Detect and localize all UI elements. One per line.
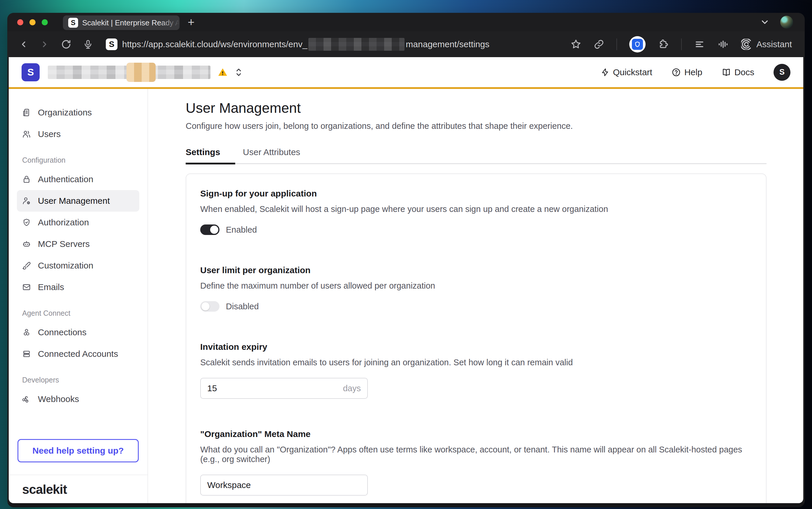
signup-section: Sign-up for your application When enable… — [200, 189, 752, 235]
new-tab-button[interactable]: + — [188, 16, 195, 28]
warning-triangle-icon — [217, 67, 228, 77]
sidebar: Organizations Users Configuration Authen… — [9, 89, 148, 503]
signup-toggle[interactable] — [200, 225, 219, 235]
sidebar-item-label: Emails — [38, 282, 64, 292]
robot-icon — [22, 240, 31, 248]
main-content: User Management Configure how users join… — [148, 89, 803, 503]
sidebar-section-developers: Developers — [22, 376, 139, 384]
user-avatar[interactable]: S — [774, 64, 790, 81]
browser-tab[interactable]: S Scalekit | Enterprise Ready A — [63, 15, 180, 30]
server-stack-icon — [22, 349, 31, 358]
sidebar-item-label: Authorization — [38, 217, 89, 227]
invitation-expiry-description: Scalekit sends invitation emails to user… — [200, 358, 752, 367]
close-window-button[interactable] — [17, 19, 23, 25]
tab-title: Scalekit | Enterprise Ready A — [82, 19, 180, 27]
bookmark-star-icon[interactable] — [570, 39, 581, 50]
user-gear-icon — [22, 197, 31, 205]
browser-window: S Scalekit | Enterprise Ready A + — [7, 13, 805, 507]
sidebar-item-mcp-servers[interactable]: MCP Servers — [17, 233, 139, 255]
app-header: S Quickstart Help Docs — [9, 57, 803, 87]
sidebar-item-emails[interactable]: Emails — [17, 276, 139, 298]
browser-tab-bar: S Scalekit | Enterprise Ready A + — [7, 13, 805, 32]
need-help-button[interactable]: Need help setting up? — [17, 439, 139, 462]
invitation-expiry-unit: days — [343, 384, 361, 393]
invitation-expiry-input[interactable] — [207, 383, 343, 393]
invitation-expiry-section: Invitation expiry Scalekit sends invitat… — [200, 342, 752, 399]
sidebar-item-connections[interactable]: Connections — [17, 321, 139, 343]
org-meta-description: What do you call an "Organization"? Apps… — [200, 445, 748, 464]
profile-avatar[interactable] — [780, 16, 793, 29]
url-redacted-segment — [308, 38, 404, 51]
signup-title: Sign-up for your application — [200, 189, 752, 199]
webhook-icon — [22, 395, 31, 404]
chevron-down-icon[interactable] — [760, 17, 770, 27]
help-circle-icon — [672, 68, 681, 77]
cubes-icon — [22, 328, 31, 337]
sidebar-item-label: Users — [38, 129, 61, 139]
page-subtitle: Configure how users join, belong to orga… — [186, 121, 803, 131]
envelope-icon — [22, 283, 31, 292]
site-favicon: S — [106, 38, 117, 50]
reading-list-icon[interactable] — [694, 39, 705, 50]
sidebar-item-label: MCP Servers — [38, 239, 90, 249]
minimize-window-button[interactable] — [29, 19, 36, 25]
window-controls — [17, 19, 48, 25]
book-open-icon — [722, 68, 731, 77]
assistant-button[interactable]: Assistant — [741, 39, 792, 50]
workspace-switcher-chevrons[interactable] — [234, 67, 243, 77]
tab-settings[interactable]: Settings — [186, 147, 235, 164]
back-icon[interactable] — [19, 40, 28, 49]
microphone-icon[interactable] — [83, 39, 93, 49]
sidebar-item-authentication[interactable]: Authentication — [17, 169, 139, 190]
quickstart-button[interactable]: Quickstart — [601, 67, 652, 77]
users-icon — [22, 130, 31, 138]
invitation-expiry-title: Invitation expiry — [200, 342, 752, 352]
scalekit-wordmark: scalekit — [22, 482, 67, 497]
org-meta-field — [200, 475, 368, 496]
copy-link-icon[interactable] — [594, 39, 604, 49]
workspace-badge-redacted — [127, 63, 156, 82]
user-limit-section: User limit per organization Define the m… — [200, 265, 752, 312]
workspace-name-redacted[interactable] — [48, 66, 210, 79]
forward-icon[interactable] — [40, 40, 49, 49]
docs-button[interactable]: Docs — [722, 67, 754, 77]
signup-toggle-label: Enabled — [226, 225, 257, 235]
sidebar-section-configuration: Configuration — [22, 156, 139, 164]
sidebar-section-agent-connect: Agent Connect — [22, 309, 139, 317]
maximize-window-button[interactable] — [42, 19, 48, 25]
sidebar-item-organizations[interactable]: Organizations — [17, 102, 139, 123]
sidebar-divider — [9, 475, 147, 475]
voice-waveform-icon[interactable] — [717, 38, 729, 50]
url-text: https://app.scalekit.cloud/ws/environmen… — [122, 38, 489, 51]
tab-favicon: S — [68, 18, 78, 28]
bitwarden-extension-icon[interactable] — [629, 36, 645, 53]
org-meta-input[interactable] — [207, 480, 361, 490]
sidebar-item-label: Connections — [38, 327, 86, 337]
address-bar[interactable]: S https://app.scalekit.cloud/ws/environm… — [106, 38, 489, 51]
toolbar-divider — [616, 38, 617, 50]
tab-bar: Settings User Attributes — [186, 147, 767, 164]
scalekit-logo-badge: S — [22, 63, 40, 81]
help-button[interactable]: Help — [672, 67, 702, 77]
invitation-expiry-field: days — [200, 378, 368, 399]
org-meta-section: "Organization" Meta Name What do you cal… — [200, 429, 752, 496]
tab-user-attributes[interactable]: User Attributes — [235, 147, 308, 164]
sidebar-item-authorization[interactable]: Authorization — [17, 212, 139, 233]
sidebar-item-user-management[interactable]: User Management — [17, 190, 139, 212]
scalekit-app: S Quickstart Help Docs — [9, 57, 803, 503]
paintbrush-icon — [22, 261, 31, 270]
sidebar-item-customization[interactable]: Customization — [17, 255, 139, 276]
user-limit-toggle[interactable] — [200, 301, 219, 312]
window-bottom-edge — [7, 503, 805, 507]
reload-icon[interactable] — [61, 39, 71, 49]
sidebar-item-label: User Management — [38, 196, 110, 206]
sidebar-item-webhooks[interactable]: Webhooks — [17, 388, 139, 410]
shield-check-icon — [22, 218, 31, 227]
settings-card: Sign-up for your application When enable… — [186, 173, 767, 503]
signup-description: When enabled, Scalekit will host a sign-… — [200, 204, 752, 214]
sidebar-item-label: Authentication — [38, 174, 93, 184]
sidebar-item-users[interactable]: Users — [17, 123, 139, 145]
sidebar-item-connected-accounts[interactable]: Connected Accounts — [17, 343, 139, 365]
extensions-puzzle-icon[interactable] — [658, 39, 669, 50]
assistant-label: Assistant — [756, 39, 792, 49]
